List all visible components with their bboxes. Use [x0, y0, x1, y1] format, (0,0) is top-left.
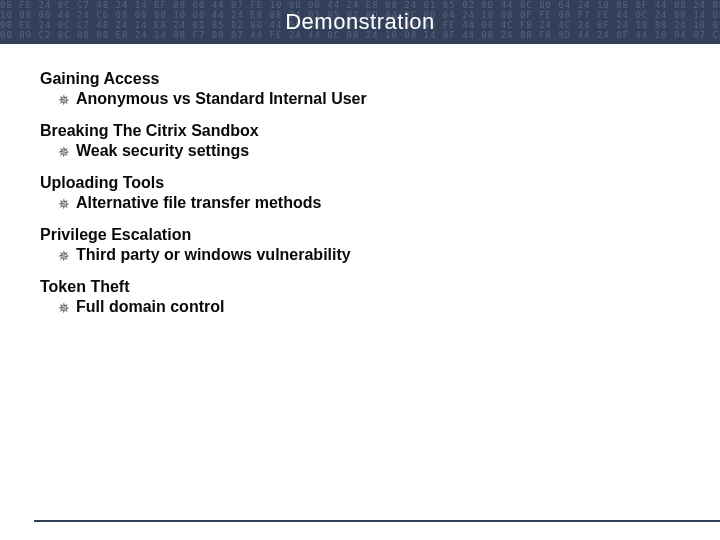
section-uploading-tools: Uploading Tools ✵ Alternative file trans…	[40, 174, 680, 214]
title-band: 08 FE 24 0C C7 48 24 14 EF 08 00 44 07 F…	[0, 0, 720, 44]
section-heading: Uploading Tools	[40, 174, 680, 192]
bullet-item: ✵ Weak security settings	[58, 142, 680, 162]
section-gaining-access: Gaining Access ✵ Anonymous vs Standard I…	[40, 70, 680, 110]
bullet-text: Alternative file transfer methods	[76, 194, 321, 212]
bullet-icon: ✵	[58, 246, 70, 266]
bullet-item: ✵ Third party or windows vulnerability	[58, 246, 680, 266]
bullet-icon: ✵	[58, 90, 70, 110]
bullet-text: Weak security settings	[76, 142, 249, 160]
bullet-text: Full domain control	[76, 298, 224, 316]
bullet-icon: ✵	[58, 142, 70, 162]
slide-title: Demonstration	[0, 0, 720, 44]
section-privilege-escalation: Privilege Escalation ✵ Third party or wi…	[40, 226, 680, 266]
bullet-item: ✵ Alternative file transfer methods	[58, 194, 680, 214]
section-citrix-sandbox: Breaking The Citrix Sandbox ✵ Weak secur…	[40, 122, 680, 162]
bullet-item: ✵ Anonymous vs Standard Internal User	[58, 90, 680, 110]
section-heading: Privilege Escalation	[40, 226, 680, 244]
section-heading: Token Theft	[40, 278, 680, 296]
section-token-theft: Token Theft ✵ Full domain control	[40, 278, 680, 318]
footer-divider	[34, 520, 720, 522]
bullet-item: ✵ Full domain control	[58, 298, 680, 318]
section-heading: Gaining Access	[40, 70, 680, 88]
bullet-icon: ✵	[58, 194, 70, 214]
bullet-text: Third party or windows vulnerability	[76, 246, 351, 264]
slide-content: Gaining Access ✵ Anonymous vs Standard I…	[0, 44, 720, 318]
bullet-icon: ✵	[58, 298, 70, 318]
section-heading: Breaking The Citrix Sandbox	[40, 122, 680, 140]
bullet-text: Anonymous vs Standard Internal User	[76, 90, 367, 108]
